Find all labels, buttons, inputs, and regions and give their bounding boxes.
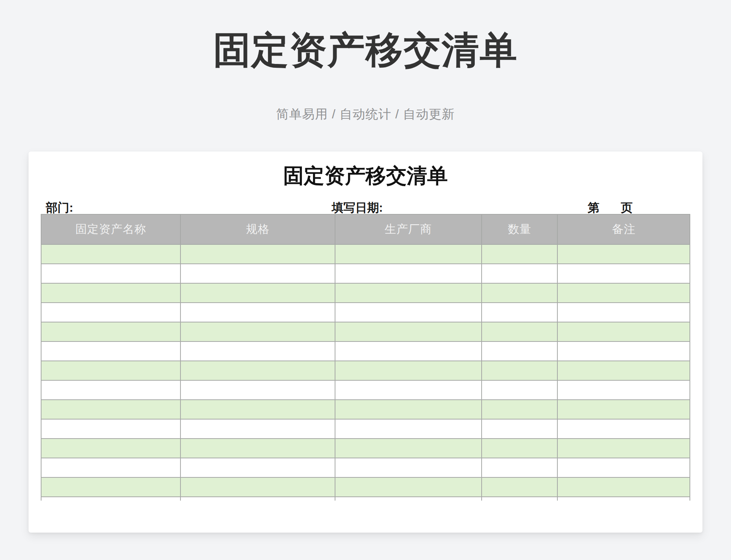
table-cell[interactable] — [180, 322, 335, 341]
table-row — [41, 497, 690, 501]
column-header-5: 备注 — [557, 214, 690, 244]
table-cell[interactable] — [335, 264, 482, 283]
document-title: 固定资产移交清单 — [29, 164, 702, 187]
table-row — [41, 303, 690, 322]
table-cell[interactable] — [482, 439, 557, 458]
table-cell[interactable] — [41, 303, 180, 322]
table-cell[interactable] — [41, 400, 180, 419]
table-cell[interactable] — [335, 419, 482, 439]
asset-table: 固定资产名称规格生产厂商数量备注 — [41, 214, 690, 501]
table-cell[interactable] — [335, 400, 482, 419]
table-cell[interactable] — [180, 477, 335, 497]
table-cell[interactable] — [482, 361, 557, 380]
column-header-1: 固定资产名称 — [41, 214, 180, 244]
page-number-label: 第页 — [587, 202, 632, 214]
table-cell[interactable] — [557, 283, 690, 303]
table-cell[interactable] — [41, 361, 180, 380]
table-cell[interactable] — [180, 380, 335, 400]
table-cell[interactable] — [482, 419, 557, 439]
page-title: 固定资产移交清单 — [0, 31, 731, 69]
table-header-row: 固定资产名称规格生产厂商数量备注 — [41, 214, 690, 244]
fill-date-label: 填写日期: — [332, 202, 383, 214]
table-cell[interactable] — [41, 322, 180, 341]
column-header-2: 规格 — [180, 214, 335, 244]
table-cell[interactable] — [482, 458, 557, 477]
table-cell[interactable] — [335, 439, 482, 458]
table-cell[interactable] — [482, 303, 557, 322]
table-row — [41, 458, 690, 477]
meta-row: 部门: 填写日期: 第页 — [41, 198, 690, 214]
table-cell[interactable] — [41, 419, 180, 439]
page: 固定资产移交清单 简单易用 / 自动统计 / 自动更新 固定资产移交清单 部门:… — [0, 0, 731, 560]
table-cell[interactable] — [335, 283, 482, 303]
table-row — [41, 419, 690, 439]
table-row — [41, 380, 690, 400]
table-cell[interactable] — [335, 244, 482, 264]
table-cell[interactable] — [557, 458, 690, 477]
table-cell[interactable] — [180, 497, 335, 501]
table-cell[interactable] — [482, 477, 557, 497]
table-cell[interactable] — [41, 477, 180, 497]
table-cell[interactable] — [557, 341, 690, 361]
table-cell[interactable] — [335, 477, 482, 497]
hero-section: 固定资产移交清单 简单易用 / 自动统计 / 自动更新 — [0, 0, 731, 122]
table-cell[interactable] — [482, 400, 557, 419]
table-row — [41, 400, 690, 419]
table-row — [41, 361, 690, 380]
table-cell[interactable] — [41, 244, 180, 264]
table-cell[interactable] — [41, 497, 180, 501]
document-card: 固定资产移交清单 部门: 填写日期: 第页 固定资产名称规格生产厂商数量备注 — [29, 152, 702, 533]
table-cell[interactable] — [557, 400, 690, 419]
table-cell[interactable] — [180, 244, 335, 264]
table-cell[interactable] — [41, 283, 180, 303]
page-suffix: 页 — [621, 201, 632, 214]
table-cell[interactable] — [482, 341, 557, 361]
table-cell[interactable] — [482, 322, 557, 341]
table-cell[interactable] — [41, 341, 180, 361]
table-cell[interactable] — [335, 303, 482, 322]
table-cell[interactable] — [482, 244, 557, 264]
table-cell[interactable] — [335, 497, 482, 501]
table-row — [41, 322, 690, 341]
table-cell[interactable] — [41, 458, 180, 477]
table-cell[interactable] — [180, 361, 335, 380]
table-cell[interactable] — [180, 419, 335, 439]
table-cell[interactable] — [557, 322, 690, 341]
page-subtitle: 简单易用 / 自动统计 / 自动更新 — [0, 107, 731, 122]
department-label: 部门: — [46, 202, 73, 214]
table-cell[interactable] — [557, 477, 690, 497]
table-cell[interactable] — [180, 283, 335, 303]
table-cell[interactable] — [180, 264, 335, 283]
table-cell[interactable] — [557, 303, 690, 322]
column-header-4: 数量 — [482, 214, 557, 244]
table-cell[interactable] — [335, 458, 482, 477]
table-cell[interactable] — [557, 380, 690, 400]
table-cell[interactable] — [180, 400, 335, 419]
table-cell[interactable] — [335, 361, 482, 380]
table-cell[interactable] — [41, 380, 180, 400]
table-row — [41, 244, 690, 264]
table-cell[interactable] — [557, 497, 690, 501]
table-cell[interactable] — [41, 439, 180, 458]
table-row — [41, 341, 690, 361]
table-row — [41, 477, 690, 497]
table-cell[interactable] — [557, 264, 690, 283]
table-cell[interactable] — [180, 439, 335, 458]
table-cell[interactable] — [557, 419, 690, 439]
table-cell[interactable] — [180, 341, 335, 361]
table-cell[interactable] — [557, 439, 690, 458]
table-cell[interactable] — [335, 341, 482, 361]
table-cell[interactable] — [180, 303, 335, 322]
table-cell[interactable] — [335, 322, 482, 341]
table-cell[interactable] — [557, 244, 690, 264]
table-cell[interactable] — [482, 283, 557, 303]
table-cell[interactable] — [41, 264, 180, 283]
table-cell[interactable] — [482, 264, 557, 283]
table-cell[interactable] — [482, 497, 557, 501]
table-cell[interactable] — [180, 458, 335, 477]
table-cell[interactable] — [557, 361, 690, 380]
table-cell[interactable] — [335, 380, 482, 400]
table-cell[interactable] — [482, 380, 557, 400]
table-row — [41, 439, 690, 458]
table-row — [41, 264, 690, 283]
